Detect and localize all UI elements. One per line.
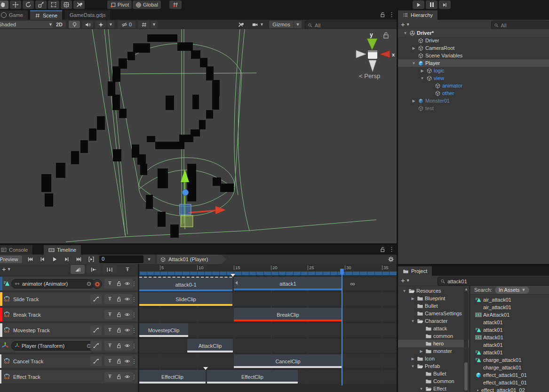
lock-icon[interactable] (116, 312, 122, 318)
eye-icon[interactable] (124, 280, 130, 287)
clip-break[interactable]: BreakClip (234, 308, 342, 321)
track-header-animator[interactable]: animator (Animator) ⊙ ⋮ (0, 277, 138, 290)
down-axis-cone[interactable] (369, 60, 376, 72)
breadcrumb[interactable]: Attack01 (Player) (157, 255, 227, 264)
timeline-clips-area[interactable]: 5 10 15 20 25 30 35 attack0-1 (139, 264, 397, 392)
timeline-settings-gear-icon[interactable] (388, 256, 394, 263)
hierarchy-row[interactable]: animator (398, 82, 549, 89)
preview-toggle[interactable]: Preview (0, 256, 22, 263)
hierarchy-row[interactable]: test (398, 104, 549, 112)
track-header-effect[interactable]: Effect Track ⋮ (0, 370, 138, 384)
result-row[interactable]: charge_attack01 (470, 356, 549, 364)
transform-tool-button[interactable] (61, 0, 72, 9)
scene-search-field[interactable] (305, 21, 397, 30)
track-kebab[interactable]: ⋮ (131, 292, 137, 306)
project-tree-row[interactable]: Bullet (398, 370, 469, 377)
play-range-button[interactable] (86, 256, 96, 263)
clip-movestep[interactable]: MovestepClip (139, 323, 188, 337)
playhead-line[interactable] (342, 269, 342, 385)
pause-button[interactable] (426, 0, 438, 9)
eye-icon[interactable] (124, 296, 130, 302)
tab-project[interactable]: Project (398, 266, 432, 276)
foldout-arrow[interactable]: ▼ (403, 31, 408, 35)
project-tree-row[interactable]: ▼ Character (398, 317, 469, 325)
timeline-menu-kebab[interactable]: ⋮ (389, 246, 395, 253)
pin-icon[interactable] (107, 374, 113, 380)
hidden-objects-toggle[interactable]: 0 (118, 21, 135, 28)
grid-visibility-toggle[interactable] (138, 21, 150, 28)
curves-button[interactable] (90, 356, 102, 366)
result-row[interactable]: attack01 (470, 349, 549, 356)
curves-button[interactable] (90, 341, 102, 351)
player-object-field[interactable]: Player (Transform) ⊙ (11, 341, 95, 351)
project-tree-row[interactable]: ▼ Effect (398, 385, 469, 392)
lighting-toggle[interactable] (69, 21, 80, 28)
scene-search-input[interactable] (315, 23, 394, 28)
hierarchy-row-scene[interactable]: ▼ Driver* (398, 29, 549, 37)
foldout-arrow[interactable]: ▼ (411, 61, 416, 65)
play-button[interactable] (413, 0, 424, 9)
project-tree-row[interactable]: Bullet (398, 302, 469, 310)
left-axis-cone[interactable] (356, 50, 366, 58)
object-picker-icon[interactable]: ⊙ (87, 281, 91, 287)
record-button[interactable] (92, 279, 102, 289)
project-tree-row[interactable]: ▶ Blueprint (398, 295, 469, 302)
pin-icon[interactable] (107, 343, 113, 349)
tab-console[interactable]: Console (0, 245, 32, 255)
hand-tool-button[interactable] (0, 0, 8, 9)
hierarchy-add-button[interactable]: +▼ (401, 21, 410, 27)
xz-plane-handle[interactable] (181, 216, 193, 227)
scene-tools-button[interactable] (234, 21, 247, 28)
result-row[interactable]: Attack01 (470, 334, 549, 341)
clip-attack0-1[interactable]: attack0-1 (139, 277, 232, 291)
timeline-marker[interactable] (203, 367, 208, 370)
hierarchy-row[interactable]: ▶ logic (398, 67, 549, 74)
xy-plane-handle[interactable] (180, 204, 191, 215)
pivot-toggle[interactable]: Pivot (107, 0, 132, 9)
scroll-up-arrow[interactable]: ▲ (464, 287, 468, 291)
foldout-arrow[interactable]: ▶ (411, 99, 416, 103)
scene-gizmo-lock-icon[interactable] (384, 32, 388, 38)
gizmos-dropdown[interactable]: ▼ (294, 21, 302, 28)
clip-effect-1[interactable]: EffectClip (139, 370, 206, 384)
pin-icon[interactable] (107, 312, 113, 318)
result-row[interactable]: effect_attack01_02 (470, 386, 549, 392)
project-tree-row[interactable]: CameraSettings (398, 310, 469, 317)
animator-object-field[interactable]: animator (Animator) ⊙ (11, 279, 95, 288)
result-row[interactable]: effect_attack01_01 (470, 371, 549, 379)
tab-timeline[interactable]: Timeline (44, 245, 81, 255)
track-header-cancel[interactable]: Cancel Track ⋮ (0, 354, 138, 368)
hierarchy-row[interactable]: ▶ CameraRoot (398, 44, 549, 52)
goto-end-button[interactable] (73, 256, 84, 263)
gizmos-button[interactable]: Gizmos (269, 21, 294, 28)
curves-button[interactable] (90, 325, 102, 335)
foldout-arrow[interactable]: ▶ (411, 46, 416, 50)
tab-gamedata[interactable]: GameData.gdjs (65, 10, 110, 20)
foldout-arrow[interactable]: ▶ (410, 357, 415, 361)
persp-label[interactable]: < Persp (359, 72, 380, 80)
scene-menu-kebab[interactable]: ⋮ (389, 11, 395, 18)
next-frame-button[interactable] (61, 256, 72, 263)
eye-icon[interactable] (124, 312, 130, 318)
lock-icon[interactable] (116, 280, 122, 287)
hierarchy-row[interactable]: Driver (398, 37, 549, 44)
search-scope-pill[interactable]: In Assets▼ (495, 287, 530, 294)
orientation-gizmo[interactable]: y x < Persp (356, 32, 395, 80)
project-tree-scrollbar[interactable] (464, 292, 468, 392)
project-tree-row-selected[interactable]: hero (398, 340, 469, 347)
pin-icon[interactable] (107, 280, 113, 287)
global-toggle[interactable]: Global (133, 0, 161, 9)
lock-icon[interactable] (116, 358, 122, 364)
timeline-play-button[interactable] (49, 256, 60, 263)
frame-field[interactable] (99, 256, 143, 263)
timeline-add-button[interactable]: +▼ (2, 266, 11, 272)
lock-icon[interactable] (116, 296, 122, 302)
hierarchy-row[interactable]: Scene Variables (398, 52, 549, 59)
foldout-arrow[interactable]: ▼ (402, 289, 407, 293)
free-move-handle[interactable] (183, 190, 189, 196)
track-kebab[interactable]: ⋮ (131, 370, 137, 384)
clip-cancel[interactable]: CancelClip (234, 354, 342, 368)
project-tree-row[interactable]: ▼ Prefab (398, 362, 469, 370)
x-axis-cone[interactable] (379, 50, 390, 58)
2d-toggle[interactable]: 2D (53, 21, 66, 28)
